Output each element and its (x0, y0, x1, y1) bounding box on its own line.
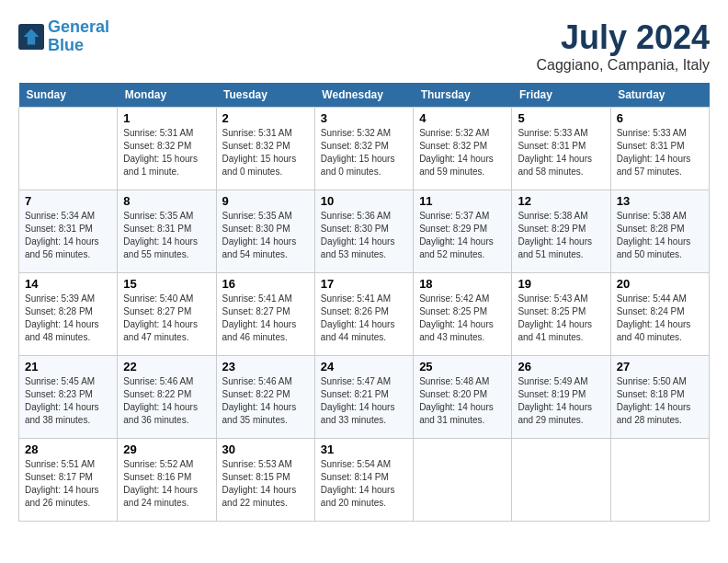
day-info: Sunrise: 5:52 AMSunset: 8:16 PMDaylight:… (123, 458, 210, 510)
day-number: 4 (419, 111, 506, 125)
calendar-week-row: 21Sunrise: 5:45 AMSunset: 8:23 PMDayligh… (19, 356, 710, 439)
calendar-week-row: 7Sunrise: 5:34 AMSunset: 8:31 PMDaylight… (19, 190, 710, 273)
day-number: 25 (419, 360, 506, 373)
calendar-cell: 20Sunrise: 5:44 AMSunset: 8:24 PMDayligh… (610, 273, 709, 356)
calendar-cell: 13Sunrise: 5:38 AMSunset: 8:28 PMDayligh… (610, 190, 709, 273)
day-number: 2 (222, 111, 309, 125)
calendar-cell: 22Sunrise: 5:46 AMSunset: 8:22 PMDayligh… (118, 356, 216, 439)
weekday-header-saturday: Saturday (610, 83, 709, 108)
calendar-cell: 3Sunrise: 5:32 AMSunset: 8:32 PMDaylight… (314, 108, 413, 190)
day-info: Sunrise: 5:46 AMSunset: 8:22 PMDaylight:… (222, 375, 309, 427)
calendar-cell: 5Sunrise: 5:33 AMSunset: 8:31 PMDaylight… (512, 108, 610, 190)
day-number: 18 (419, 277, 506, 291)
calendar-cell (610, 439, 709, 522)
calendar-cell: 1Sunrise: 5:31 AMSunset: 8:32 PMDaylight… (118, 108, 216, 190)
day-info: Sunrise: 5:49 AMSunset: 8:19 PMDaylight:… (518, 375, 604, 427)
calendar-cell: 11Sunrise: 5:37 AMSunset: 8:29 PMDayligh… (414, 190, 512, 273)
day-number: 12 (518, 194, 604, 208)
day-info: Sunrise: 5:31 AMSunset: 8:32 PMDaylight:… (123, 127, 210, 178)
day-info: Sunrise: 5:53 AMSunset: 8:15 PMDaylight:… (222, 458, 309, 510)
title-area: July 2024 Caggiano, Campania, Italy (536, 18, 710, 74)
calendar-cell: 26Sunrise: 5:49 AMSunset: 8:19 PMDayligh… (512, 356, 610, 439)
logo-text: General Blue (48, 18, 109, 55)
calendar-cell: 2Sunrise: 5:31 AMSunset: 8:32 PMDaylight… (216, 108, 314, 190)
day-info: Sunrise: 5:44 AMSunset: 8:24 PMDaylight:… (617, 293, 703, 344)
day-number: 19 (518, 277, 604, 291)
calendar-week-row: 28Sunrise: 5:51 AMSunset: 8:17 PMDayligh… (19, 439, 710, 522)
calendar-cell: 27Sunrise: 5:50 AMSunset: 8:18 PMDayligh… (610, 356, 709, 439)
day-info: Sunrise: 5:34 AMSunset: 8:31 PMDaylight:… (25, 210, 111, 261)
calendar-cell: 14Sunrise: 5:39 AMSunset: 8:28 PMDayligh… (19, 273, 118, 356)
header: General Blue July 2024 Caggiano, Campani… (18, 18, 710, 74)
day-info: Sunrise: 5:31 AMSunset: 8:32 PMDaylight:… (222, 127, 309, 178)
day-number: 3 (321, 111, 407, 125)
day-info: Sunrise: 5:45 AMSunset: 8:23 PMDaylight:… (25, 375, 111, 427)
day-number: 17 (321, 277, 407, 291)
day-info: Sunrise: 5:35 AMSunset: 8:30 PMDaylight:… (222, 210, 309, 261)
day-number: 22 (123, 360, 210, 373)
calendar-cell: 15Sunrise: 5:40 AMSunset: 8:27 PMDayligh… (118, 273, 216, 356)
calendar-cell: 24Sunrise: 5:47 AMSunset: 8:21 PMDayligh… (314, 356, 413, 439)
day-number: 10 (321, 194, 407, 208)
day-info: Sunrise: 5:35 AMSunset: 8:31 PMDaylight:… (123, 210, 210, 261)
calendar-table: SundayMondayTuesdayWednesdayThursdayFrid… (18, 83, 710, 522)
day-number: 16 (222, 277, 309, 291)
calendar-cell: 8Sunrise: 5:35 AMSunset: 8:31 PMDaylight… (118, 190, 216, 273)
day-info: Sunrise: 5:46 AMSunset: 8:22 PMDaylight:… (123, 375, 210, 427)
weekday-header-sunday: Sunday (19, 83, 118, 108)
weekday-header-friday: Friday (512, 83, 610, 108)
day-number: 20 (617, 277, 703, 291)
day-info: Sunrise: 5:32 AMSunset: 8:32 PMDaylight:… (321, 127, 407, 178)
day-number: 30 (222, 442, 309, 456)
day-number: 14 (25, 277, 111, 291)
day-info: Sunrise: 5:39 AMSunset: 8:28 PMDaylight:… (25, 293, 111, 344)
day-number: 15 (123, 277, 210, 291)
calendar-cell (19, 108, 118, 190)
day-number: 23 (222, 360, 309, 373)
calendar-cell: 31Sunrise: 5:54 AMSunset: 8:14 PMDayligh… (314, 439, 413, 522)
month-title: July 2024 (536, 18, 710, 57)
day-number: 21 (25, 360, 111, 373)
day-info: Sunrise: 5:38 AMSunset: 8:29 PMDaylight:… (518, 210, 604, 261)
calendar-cell: 29Sunrise: 5:52 AMSunset: 8:16 PMDayligh… (118, 439, 216, 522)
calendar-cell: 7Sunrise: 5:34 AMSunset: 8:31 PMDaylight… (19, 190, 118, 273)
day-number: 9 (222, 194, 309, 208)
day-info: Sunrise: 5:33 AMSunset: 8:31 PMDaylight:… (617, 127, 703, 178)
day-info: Sunrise: 5:50 AMSunset: 8:18 PMDaylight:… (617, 375, 703, 427)
calendar-cell: 17Sunrise: 5:41 AMSunset: 8:26 PMDayligh… (314, 273, 413, 356)
logo: General Blue (18, 18, 109, 55)
day-info: Sunrise: 5:47 AMSunset: 8:21 PMDaylight:… (321, 375, 407, 427)
day-number: 8 (123, 194, 210, 208)
calendar-cell: 9Sunrise: 5:35 AMSunset: 8:30 PMDaylight… (216, 190, 314, 273)
calendar-cell: 10Sunrise: 5:36 AMSunset: 8:30 PMDayligh… (314, 190, 413, 273)
day-number: 7 (25, 194, 111, 208)
calendar-cell: 16Sunrise: 5:41 AMSunset: 8:27 PMDayligh… (216, 273, 314, 356)
day-number: 13 (617, 194, 703, 208)
day-info: Sunrise: 5:51 AMSunset: 8:17 PMDaylight:… (25, 458, 111, 510)
logo-icon (18, 24, 44, 50)
weekday-header-tuesday: Tuesday (216, 83, 314, 108)
calendar-cell: 4Sunrise: 5:32 AMSunset: 8:32 PMDaylight… (414, 108, 512, 190)
day-info: Sunrise: 5:32 AMSunset: 8:32 PMDaylight:… (419, 127, 506, 178)
weekday-header-wednesday: Wednesday (314, 83, 413, 108)
day-number: 31 (321, 442, 407, 456)
day-info: Sunrise: 5:48 AMSunset: 8:20 PMDaylight:… (419, 375, 506, 427)
calendar-cell: 30Sunrise: 5:53 AMSunset: 8:15 PMDayligh… (216, 439, 314, 522)
calendar-cell: 28Sunrise: 5:51 AMSunset: 8:17 PMDayligh… (19, 439, 118, 522)
day-info: Sunrise: 5:38 AMSunset: 8:28 PMDaylight:… (617, 210, 703, 261)
day-info: Sunrise: 5:43 AMSunset: 8:25 PMDaylight:… (518, 293, 604, 344)
calendar-week-row: 1Sunrise: 5:31 AMSunset: 8:32 PMDaylight… (19, 108, 710, 190)
day-number: 1 (123, 111, 210, 125)
location-title: Caggiano, Campania, Italy (536, 57, 710, 74)
weekday-header-monday: Monday (118, 83, 216, 108)
day-number: 28 (25, 442, 111, 456)
day-number: 29 (123, 442, 210, 456)
day-info: Sunrise: 5:40 AMSunset: 8:27 PMDaylight:… (123, 293, 210, 344)
calendar-cell: 19Sunrise: 5:43 AMSunset: 8:25 PMDayligh… (512, 273, 610, 356)
day-info: Sunrise: 5:41 AMSunset: 8:26 PMDaylight:… (321, 293, 407, 344)
calendar-cell: 23Sunrise: 5:46 AMSunset: 8:22 PMDayligh… (216, 356, 314, 439)
weekday-header-thursday: Thursday (414, 83, 512, 108)
day-number: 24 (321, 360, 407, 373)
day-info: Sunrise: 5:37 AMSunset: 8:29 PMDaylight:… (419, 210, 506, 261)
calendar-week-row: 14Sunrise: 5:39 AMSunset: 8:28 PMDayligh… (19, 273, 710, 356)
